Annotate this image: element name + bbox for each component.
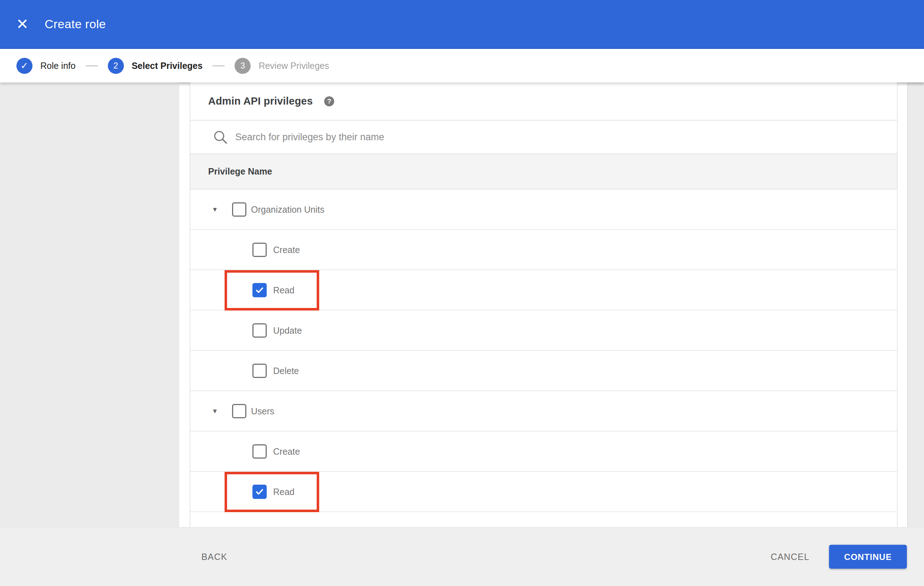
privileges-card: Admin API privileges ? Search for privil…	[190, 82, 898, 527]
table-header-label: Privilege Name	[208, 166, 272, 177]
continue-button[interactable]: CONTINUE	[829, 545, 907, 569]
step-select-privileges[interactable]: 2 Select Privileges	[108, 58, 203, 74]
checkbox-users-create[interactable]	[252, 444, 267, 459]
create-role-dialog: ✕ Create role ✓ Role info 2 Select Privi…	[0, 0, 924, 586]
check-icon	[254, 285, 264, 295]
row-org-units-create: Create	[190, 230, 897, 270]
privilege-label: Read	[273, 285, 295, 295]
close-icon[interactable]: ✕	[16, 16, 28, 32]
row-users: ▼ Users	[190, 391, 897, 431]
privilege-label: Organization Units	[251, 204, 325, 214]
checkbox-users-read[interactable]	[252, 485, 267, 499]
step-connector	[86, 65, 98, 66]
back-button[interactable]: BACK	[199, 551, 229, 563]
checkbox-users[interactable]	[232, 404, 246, 418]
step-connector	[213, 65, 224, 66]
checkbox-org-units-create[interactable]	[252, 243, 267, 257]
step-complete-icon: ✓	[16, 58, 33, 74]
page-title: Create role	[45, 17, 106, 31]
chevron-down-icon[interactable]: ▼	[210, 206, 219, 213]
search-input[interactable]: Search for privileges by their name	[190, 121, 897, 154]
privilege-label: Create	[273, 244, 300, 255]
checkbox-organization-units[interactable]	[232, 202, 246, 217]
highlight-box-read	[224, 270, 319, 311]
footer-bar: BACK CANCEL CONTINUE	[0, 527, 924, 586]
step-role-info[interactable]: ✓ Role info	[16, 58, 76, 74]
check-icon: ✓	[21, 61, 28, 70]
row-organization-units: ▼ Organization Units	[190, 189, 897, 230]
step-label: Role info	[40, 61, 76, 71]
checkbox-org-units-delete[interactable]	[252, 364, 267, 378]
wizard-stepper: ✓ Role info 2 Select Privileges 3 Review…	[0, 49, 924, 82]
step-label: Review Privileges	[259, 61, 329, 71]
row-users-create: Create	[190, 431, 897, 472]
cancel-button[interactable]: CANCEL	[768, 551, 812, 563]
row-org-units-delete: Delete	[190, 351, 897, 391]
help-icon[interactable]: ?	[324, 96, 334, 106]
checkbox-org-units-read[interactable]	[252, 283, 267, 297]
search-placeholder: Search for privileges by their name	[235, 132, 384, 143]
row-clipped	[190, 512, 897, 527]
privilege-label: Create	[273, 446, 300, 456]
table-header: Privilege Name	[190, 154, 897, 189]
privilege-label: Users	[251, 406, 274, 416]
checkbox-org-units-update[interactable]	[252, 323, 267, 337]
privilege-label: Delete	[273, 365, 299, 376]
section-heading: Admin API privileges ?	[190, 82, 897, 121]
row-users-read: Read	[190, 472, 897, 512]
step-label: Select Privileges	[132, 61, 203, 71]
step-number-badge: 2	[108, 58, 124, 74]
app-bar: ✕ Create role	[0, 0, 924, 49]
check-icon	[254, 487, 264, 497]
step-review-privileges[interactable]: 3 Review Privileges	[234, 58, 329, 74]
privilege-label: Update	[273, 325, 302, 336]
step-number-badge: 3	[234, 58, 251, 74]
chevron-down-icon[interactable]: ▼	[210, 407, 219, 415]
row-org-units-update: Update	[190, 311, 897, 351]
privilege-label: Read	[273, 486, 295, 497]
section-title: Admin API privileges	[208, 95, 313, 107]
highlight-box-users-read	[224, 472, 319, 512]
search-icon	[213, 129, 228, 145]
row-org-units-read: Read	[190, 270, 897, 311]
